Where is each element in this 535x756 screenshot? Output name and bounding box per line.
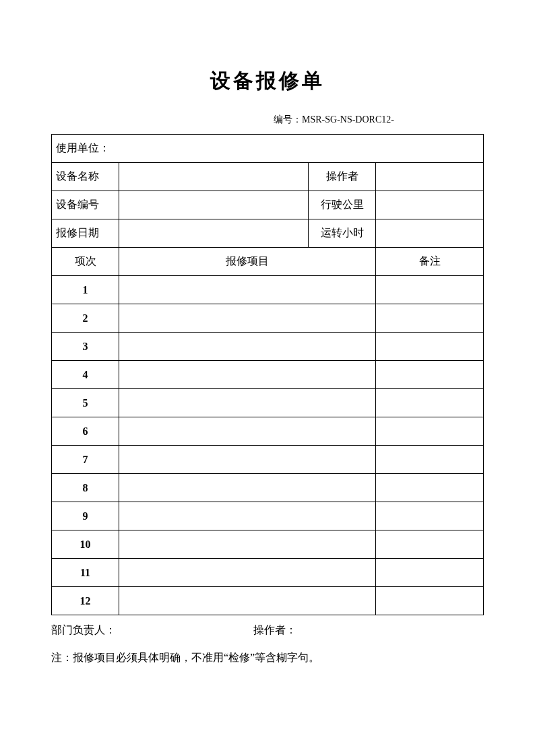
- table-row: 12: [52, 587, 484, 615]
- item-cell: [119, 474, 376, 502]
- item-cell: [119, 389, 376, 417]
- item-cell: [119, 559, 376, 587]
- footer-operator-label: 操作者：: [253, 623, 296, 638]
- equipment-name-label: 设备名称: [52, 163, 119, 191]
- table-row: 6: [52, 417, 484, 446]
- item-cell: [119, 361, 376, 389]
- remark-cell: [376, 559, 484, 587]
- table-row: 1: [52, 276, 484, 304]
- running-hours-label: 运转小时: [309, 219, 376, 248]
- table-row: 5: [52, 389, 484, 417]
- using-unit-row: 使用单位：: [52, 135, 484, 163]
- mileage-label: 行驶公里: [309, 191, 376, 219]
- remark-cell: [376, 304, 484, 333]
- seq-cell: 2: [52, 304, 119, 333]
- remark-cell: [376, 474, 484, 502]
- table-row: 3: [52, 333, 484, 361]
- item-header: 报修项目: [119, 248, 376, 276]
- remark-cell: [376, 587, 484, 615]
- table-row: 9: [52, 502, 484, 530]
- repair-form-table: 使用单位： 设备名称 操作者 设备编号 行驶公里 报修日期 运转小时 项次 报修…: [51, 134, 484, 615]
- table-row: 10: [52, 530, 484, 559]
- table-row: 4: [52, 361, 484, 389]
- remark-cell: [376, 276, 484, 304]
- operator-value: [376, 163, 484, 191]
- remark-cell: [376, 502, 484, 530]
- table-row: 8: [52, 474, 484, 502]
- seq-cell: 6: [52, 417, 119, 446]
- table-row: 7: [52, 446, 484, 474]
- running-hours-value: [376, 219, 484, 248]
- repair-date-value: [119, 219, 309, 248]
- item-cell: [119, 304, 376, 333]
- item-cell: [119, 530, 376, 559]
- item-cell: [119, 417, 376, 446]
- dept-manager-label: 部门负责人：: [51, 623, 253, 638]
- seq-cell: 5: [52, 389, 119, 417]
- remark-header: 备注: [376, 248, 484, 276]
- item-cell: [119, 587, 376, 615]
- item-cell: [119, 446, 376, 474]
- page-title: 设备报修单: [51, 67, 484, 95]
- remark-cell: [376, 530, 484, 559]
- remark-cell: [376, 361, 484, 389]
- item-cell: [119, 333, 376, 361]
- seq-cell: 12: [52, 587, 119, 615]
- seq-cell: 11: [52, 559, 119, 587]
- item-cell: [119, 276, 376, 304]
- mileage-value: [376, 191, 484, 219]
- item-cell: [119, 502, 376, 530]
- seq-cell: 3: [52, 333, 119, 361]
- seq-cell: 4: [52, 361, 119, 389]
- seq-cell: 7: [52, 446, 119, 474]
- seq-header: 项次: [52, 248, 119, 276]
- seq-cell: 8: [52, 474, 119, 502]
- equipment-number-label: 设备编号: [52, 191, 119, 219]
- table-row: 2: [52, 304, 484, 333]
- seq-cell: 1: [52, 276, 119, 304]
- remark-cell: [376, 333, 484, 361]
- seq-cell: 10: [52, 530, 119, 559]
- note-text: 注：报修项目必须具体明确，不准用“检修”等含糊字句。: [51, 651, 484, 665]
- document-number: 编号：MSR-SG-NS-DORC12-: [51, 114, 484, 126]
- seq-cell: 9: [52, 502, 119, 530]
- table-row: 11: [52, 559, 484, 587]
- remark-cell: [376, 389, 484, 417]
- repair-date-label: 报修日期: [52, 219, 119, 248]
- equipment-number-value: [119, 191, 309, 219]
- operator-label: 操作者: [309, 163, 376, 191]
- remark-cell: [376, 417, 484, 446]
- equipment-name-value: [119, 163, 309, 191]
- remark-cell: [376, 446, 484, 474]
